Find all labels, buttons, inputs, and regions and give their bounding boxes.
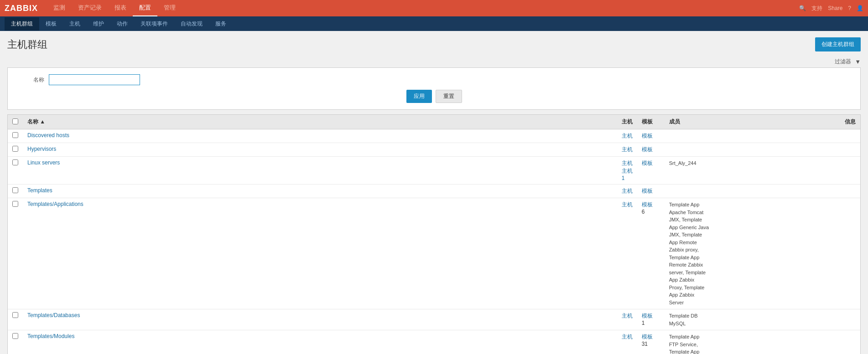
row-templates-cell: 模板: [637, 185, 665, 198]
row-templates-cell: 模板6: [637, 198, 665, 309]
row-name-cell: Linux servers: [23, 157, 617, 185]
row-name-link[interactable]: Discovered hosts: [27, 132, 69, 139]
row-checkbox-cell: [8, 157, 23, 185]
row-members-cell: Template App Apache Tomcat JMX, Template…: [665, 198, 713, 309]
filter-name-input[interactable]: [49, 74, 140, 85]
row-hosts-cell: 主机主机 1: [617, 157, 637, 185]
row-checkbox[interactable]: [12, 312, 18, 318]
nav-admin[interactable]: 管理: [157, 0, 182, 16]
row-name-link[interactable]: Templates/Databases: [27, 312, 80, 318]
nav-monitor[interactable]: 监测: [47, 0, 72, 16]
row-info-cell: [713, 143, 860, 157]
create-hostgroup-button[interactable]: 创建主机群组: [815, 37, 861, 51]
subnav-hosts[interactable]: 主机: [63, 17, 87, 31]
apply-button[interactable]: 应用: [406, 90, 432, 103]
table-row: Discovered hosts主机模板: [8, 129, 860, 143]
top-nav-right: 🔍 支持 Share ? 👤: [799, 5, 863, 12]
row-info-cell: [713, 157, 860, 185]
row-templates-count: 1: [642, 320, 645, 326]
row-templates-link[interactable]: 模板: [642, 201, 653, 208]
header-templates: 模板: [637, 115, 665, 129]
subnav-discovery[interactable]: 自动发现: [174, 17, 209, 31]
row-name-cell: Templates: [23, 185, 617, 198]
row-hosts-link[interactable]: 主机: [622, 333, 633, 340]
subnav-correlations[interactable]: 关联项事件: [134, 17, 174, 31]
app-logo: ZABBIX: [5, 4, 38, 13]
row-checkbox-cell: [8, 143, 23, 157]
row-name-cell: Templates/Databases: [23, 309, 617, 330]
row-members-cell: [665, 143, 713, 157]
row-name-link[interactable]: Hypervisors: [27, 146, 56, 152]
row-hosts-cell: 主机: [617, 185, 637, 198]
row-checkbox[interactable]: [12, 132, 18, 138]
filter-name-label: 名称: [17, 76, 44, 84]
table-row: Templates/Applications主机模板6Template App …: [8, 198, 860, 309]
subnav-templates[interactable]: 模板: [39, 17, 63, 31]
row-hosts-link[interactable]: 主机: [622, 188, 633, 194]
row-checkbox-cell: [8, 185, 23, 198]
row-checkbox[interactable]: [12, 333, 18, 339]
row-name-link[interactable]: Templates/Applications: [27, 201, 83, 207]
header-name[interactable]: 名称 ▲: [23, 115, 617, 129]
row-templates-cell: 模板: [637, 129, 665, 143]
filter-buttons: 应用 重置: [17, 90, 851, 103]
nav-report[interactable]: 报表: [108, 0, 133, 16]
table-header-row: 名称 ▲ 主机 模板 成员 信息: [8, 115, 860, 129]
page-header: 主机群组 创建主机群组: [0, 31, 868, 56]
row-info-cell: [713, 309, 860, 330]
filter-label: 过滤器: [835, 58, 851, 66]
user-icon[interactable]: 👤: [857, 5, 863, 11]
row-members-cell: Template DB MySQL: [665, 309, 713, 330]
table-row: Hypervisors主机模板: [8, 143, 860, 157]
row-templates-cell: 模板: [637, 143, 665, 157]
row-checkbox-cell: [8, 330, 23, 354]
row-checkbox[interactable]: [12, 187, 18, 193]
select-all-checkbox[interactable]: [12, 118, 18, 124]
share-link[interactable]: Share: [828, 5, 842, 11]
row-members-cell: Srt_Aly_244: [665, 157, 713, 185]
row-name-cell: Hypervisors: [23, 143, 617, 157]
top-navigation: ZABBIX 监测 资产记录 报表 配置 管理 🔍 支持 Share ? 👤: [0, 0, 868, 16]
table-row: Templates/Databases主机模板1Template DB MySQ…: [8, 309, 860, 330]
row-checkbox[interactable]: [12, 159, 18, 165]
support-link[interactable]: 支持: [811, 5, 822, 12]
row-name-link[interactable]: Templates: [27, 187, 52, 194]
subnav-maintenance[interactable]: 维护: [87, 17, 110, 31]
search-icon[interactable]: 🔍: [799, 5, 806, 11]
row-name-cell: Templates/Modules: [23, 330, 617, 354]
subnav-services[interactable]: 服务: [209, 17, 233, 31]
header-checkbox-col: [8, 115, 23, 129]
row-templates-link[interactable]: 模板: [642, 333, 653, 340]
row-templates-cell: 模板: [637, 157, 665, 185]
row-checkbox[interactable]: [12, 146, 18, 152]
filter-icon[interactable]: ▼: [855, 58, 861, 65]
row-hosts-cell: 主机: [617, 198, 637, 309]
row-hosts-link[interactable]: 主机主机 1: [622, 160, 633, 181]
row-templates-link[interactable]: 模板: [642, 160, 653, 166]
help-icon[interactable]: ?: [848, 5, 851, 11]
row-hosts-cell: 主机: [617, 129, 637, 143]
row-hosts-cell: 主机: [617, 330, 637, 354]
row-hosts-link[interactable]: 主机: [622, 133, 633, 139]
row-name-link[interactable]: Linux servers: [27, 159, 60, 166]
subnav-hostgroup[interactable]: 主机群组: [5, 17, 39, 31]
row-templates-link[interactable]: 模板: [642, 146, 653, 153]
row-name-link[interactable]: Templates/Modules: [27, 333, 74, 339]
row-name-cell: Discovered hosts: [23, 129, 617, 143]
row-templates-count: 31: [642, 341, 648, 347]
row-checkbox[interactable]: [12, 201, 18, 207]
row-hosts-link[interactable]: 主机: [622, 201, 633, 208]
row-templates-link[interactable]: 模板: [642, 313, 653, 319]
row-info-cell: [713, 129, 860, 143]
nav-assets[interactable]: 资产记录: [72, 0, 108, 16]
row-templates-link[interactable]: 模板: [642, 133, 653, 139]
filter-section: 名称 应用 重置: [7, 67, 861, 110]
filter-bar: 过滤器 ▼: [0, 56, 868, 67]
row-hosts-link[interactable]: 主机: [622, 146, 633, 153]
row-templates-link[interactable]: 模板: [642, 188, 653, 194]
nav-config[interactable]: 配置: [133, 0, 157, 16]
header-hosts: 主机: [617, 115, 637, 129]
row-hosts-link[interactable]: 主机: [622, 313, 633, 319]
subnav-actions[interactable]: 动作: [110, 17, 134, 31]
reset-button[interactable]: 重置: [436, 90, 462, 103]
